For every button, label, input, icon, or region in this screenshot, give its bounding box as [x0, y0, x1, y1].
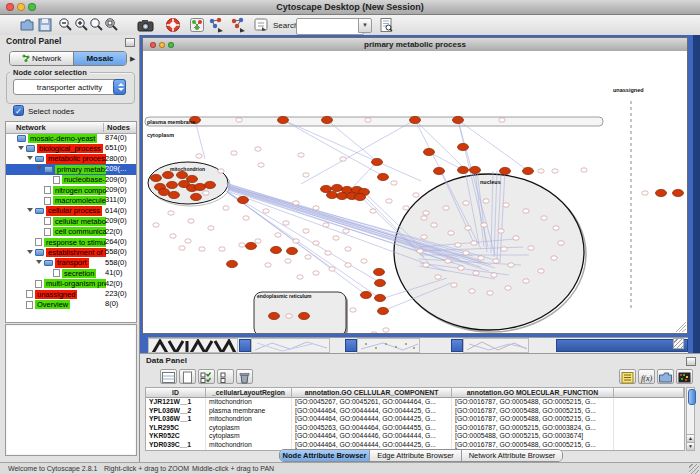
network-node-selected[interactable]	[355, 193, 366, 200]
network-node-selected[interactable]	[169, 191, 180, 198]
network-node[interactable]	[286, 314, 292, 318]
network-node-selected[interactable]	[458, 143, 469, 150]
network-node[interactable]	[343, 229, 349, 233]
tree-expander-icon[interactable]	[36, 260, 42, 264]
minimized-window[interactable]	[463, 338, 529, 353]
search-input[interactable]	[296, 18, 364, 35]
table-cell[interactable]: [GO:0016787, GO:0005488, GO:0005215, G..…	[452, 398, 614, 407]
network-node[interactable]	[345, 247, 351, 251]
tree-row[interactable]: nucleobase-209(0)	[6, 175, 136, 185]
network-node[interactable]	[483, 199, 489, 203]
plasma-membrane-compartment[interactable]	[145, 117, 603, 126]
network-node[interactable]	[581, 168, 587, 172]
network-node[interactable]	[275, 233, 281, 237]
column-header[interactable]: ID	[146, 388, 206, 398]
network-node[interactable]	[340, 157, 346, 161]
tree-row[interactable]: secretion41(0)	[6, 268, 136, 278]
tree-row[interactable]: metabolic process280(0)	[6, 154, 136, 164]
net-minimize-button[interactable]	[159, 42, 165, 48]
new-attribute-icon[interactable]	[179, 369, 196, 384]
network-node[interactable]	[463, 201, 469, 205]
network-node[interactable]	[469, 289, 475, 293]
minimized-window[interactable]	[148, 338, 238, 353]
network-node[interactable]	[383, 328, 389, 332]
network-node[interactable]	[435, 275, 441, 279]
table-cell[interactable]: YPL036W__1	[146, 415, 206, 424]
select-nodes-checkbox[interactable]: ✓	[13, 105, 24, 116]
network-node[interactable]	[350, 308, 356, 312]
search-dropdown-arrow[interactable]: ▼	[358, 18, 372, 33]
network-node[interactable]	[325, 251, 331, 255]
network-node[interactable]	[421, 235, 427, 239]
network-node-selected[interactable]	[337, 192, 348, 199]
network-node[interactable]	[423, 263, 429, 267]
network-node[interactable]	[503, 203, 509, 207]
tab-node-attribute-browser[interactable]: Node Attribute Browser	[280, 450, 370, 461]
matrix-view-icon[interactable]	[676, 369, 693, 384]
network-node-selected[interactable]	[410, 116, 421, 123]
network-node[interactable]	[478, 256, 484, 260]
advanced-search-icon[interactable]	[378, 17, 394, 33]
network-node[interactable]	[443, 206, 449, 210]
table-cell[interactable]: mitochondrion	[206, 441, 292, 450]
network-node[interactable]	[196, 154, 202, 158]
snapshot-camera-icon[interactable]	[137, 17, 153, 33]
network-node[interactable]	[361, 259, 367, 263]
network-node-selected[interactable]	[332, 184, 343, 191]
network-node[interactable]	[333, 236, 339, 240]
network-node[interactable]	[501, 247, 507, 251]
table-cell[interactable]: cytoplasm	[206, 432, 292, 441]
network-node[interactable]	[345, 263, 351, 267]
canvas-resize-grip[interactable]	[676, 322, 686, 332]
tree-expander-icon[interactable]	[27, 208, 33, 212]
network-node-selected[interactable]	[269, 312, 280, 319]
network-node-selected[interactable]	[453, 116, 464, 123]
network-node[interactable]	[421, 216, 427, 220]
network-node-selected[interactable]	[673, 189, 684, 196]
network-view-window[interactable]: primary metabolic process plasma membran…	[142, 37, 688, 334]
network-node[interactable]	[255, 239, 261, 243]
main-titlebar[interactable]: Cytoscape Desktop (New Session)	[0, 0, 700, 15]
network-node[interactable]	[423, 211, 429, 215]
tree-row[interactable]: transport558(0)	[6, 258, 136, 268]
network-manager-icon[interactable]	[189, 17, 205, 33]
network-node[interactable]	[431, 223, 437, 227]
network-node[interactable]	[458, 266, 464, 270]
minimize-button[interactable]	[17, 3, 25, 11]
network-node[interactable]	[283, 221, 289, 225]
network-node-selected[interactable]	[246, 242, 257, 249]
network-node[interactable]	[223, 206, 229, 210]
network-node[interactable]	[505, 286, 511, 290]
tree-row[interactable]: cellular metabol209(0)	[6, 216, 136, 226]
network-node[interactable]	[417, 249, 423, 253]
tree-row[interactable]: cellular process614(0)	[6, 206, 136, 216]
network-node[interactable]	[553, 226, 559, 230]
network-node[interactable]	[365, 118, 371, 122]
network-node[interactable]	[313, 206, 319, 210]
combo-stepper[interactable]	[113, 79, 126, 95]
network-node[interactable]	[305, 255, 311, 259]
network-node-selected[interactable]	[374, 268, 385, 275]
network-node-selected[interactable]	[227, 260, 238, 267]
app-resize-grip[interactable]	[689, 464, 699, 474]
window-resize-grip[interactable]	[673, 338, 684, 349]
network-node-selected[interactable]	[205, 181, 216, 188]
minimized-window-icon[interactable]	[451, 339, 463, 352]
network-node-selected[interactable]	[163, 171, 174, 178]
minimized-window-icon[interactable]	[345, 339, 357, 352]
network-node[interactable]	[552, 169, 558, 173]
network-node[interactable]	[391, 181, 397, 185]
table-cell[interactable]: [GO:0044464, GO:0044444, GO:0044425, G..…	[292, 407, 452, 416]
zoom-button[interactable]	[28, 3, 36, 11]
network-node[interactable]	[303, 173, 309, 177]
network-node[interactable]	[179, 246, 185, 250]
network-canvas[interactable]: plasma membranecytoplasmmitochondrionnuc…	[143, 51, 687, 333]
table-cell[interactable]: YJR121W__1	[146, 398, 206, 407]
open-session-icon[interactable]	[19, 17, 35, 33]
network-node-selected[interactable]	[177, 171, 188, 178]
table-cell[interactable]: cytoplasm	[206, 424, 292, 433]
tree-expander-icon[interactable]	[36, 166, 42, 170]
network-node[interactable]	[298, 153, 304, 157]
tab-mosaic[interactable]: Mosaic	[74, 52, 126, 65]
network-node[interactable]	[481, 223, 487, 227]
